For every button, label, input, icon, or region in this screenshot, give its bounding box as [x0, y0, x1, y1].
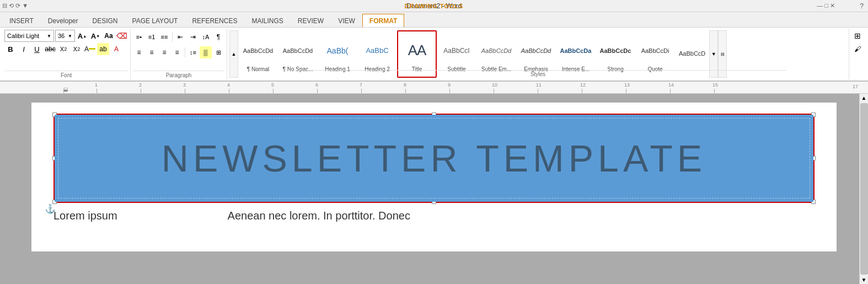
tab-review[interactable]: REVIEW	[291, 14, 331, 27]
font-name-value: Calibri Light	[7, 33, 39, 39]
ruler-ticks: 1 2 3 4 5	[63, 82, 758, 93]
ruler: ⬓ 1 2 3 4	[0, 82, 868, 94]
ruler-tick-4: 4	[229, 82, 273, 93]
font-name-dropdown-icon[interactable]: ▼	[47, 34, 51, 39]
bold-button[interactable]: B	[4, 43, 17, 55]
ruler-tick-12: 12	[582, 82, 626, 93]
footer-left: Lorem ipsum	[53, 210, 117, 222]
ruler-tick-14: 14	[670, 82, 714, 93]
decrease-indent-button[interactable]: ⇤	[174, 31, 186, 43]
style-subtitle-text: AaBbCcI	[443, 47, 469, 55]
separator2	[185, 47, 185, 57]
shading-button[interactable]: ▒	[200, 46, 212, 58]
italic-button[interactable]: I	[18, 43, 30, 55]
align-left-button[interactable]: ≡	[133, 46, 145, 58]
justify-button[interactable]: ≡	[171, 46, 183, 58]
subscript-button[interactable]: X2	[57, 43, 69, 55]
ruler-tick-15: 15	[714, 82, 758, 93]
borders-button[interactable]: ⊞	[212, 46, 224, 58]
bullets-button[interactable]: ≡•	[133, 31, 145, 43]
title-bar: ⊟ ⟲ ⟳ ▼ Document2 - Word DRAWING TOOLS ?…	[0, 0, 868, 12]
style-nospace-preview: AaBbCcDd	[283, 36, 313, 65]
window-controls[interactable]: — □ ✕	[817, 2, 835, 9]
style-more-text: AaBbCcD	[679, 50, 705, 57]
styles-group-label: Styles	[290, 70, 787, 77]
sort-button[interactable]: ↕A	[200, 31, 212, 43]
ruler-tick-8: 8	[405, 82, 449, 93]
change-case-button[interactable]: Aa	[103, 30, 115, 42]
tab-mailings[interactable]: MAILINGS	[244, 14, 290, 27]
font-size-input[interactable]: 36 ▼	[55, 30, 75, 42]
scroll-thumb[interactable]	[860, 103, 868, 275]
font-name-input[interactable]: Calibri Light ▼	[4, 30, 54, 42]
tab-view[interactable]: VIEW	[331, 14, 362, 27]
numbering-button[interactable]: ≡1	[146, 31, 158, 43]
tab-format[interactable]: FORMAT	[362, 14, 404, 27]
para-row1: ≡• ≡1 ≡≡ ⇤ ⇥ ↕A ¶	[133, 30, 224, 44]
tab-insert[interactable]: INSERT	[2, 14, 41, 27]
increase-font-button[interactable]: A▲	[76, 30, 88, 42]
font-row2: B I U abc X2 X2 A ab A	[4, 43, 122, 55]
style-quote-preview: AaBbCcDi	[641, 36, 669, 65]
line-spacing-button[interactable]: ↕≡	[187, 46, 199, 58]
tab-page-layout[interactable]: PAGE LAYOUT	[125, 14, 185, 27]
highlight-color-button[interactable]: ab	[97, 43, 109, 55]
style-subtle-em-preview: AaBbCcDd	[481, 36, 511, 65]
footer-text: Lorem ipsum Aenean nec lorem. In porttit…	[53, 207, 815, 222]
scroll-up-arrow[interactable]: ▲	[860, 94, 868, 102]
separator1	[172, 32, 173, 42]
styles-group-label-container: Styles	[227, 68, 849, 78]
ruler-tick-13: 13	[626, 82, 670, 93]
ruler-tick-area: ⬓ 1 2 3 4	[63, 82, 758, 93]
underline-button[interactable]: U	[31, 43, 43, 55]
style-strong-preview: AaBbCcDc	[600, 36, 631, 65]
footer-right: Aenean nec lorem. In porttitor. Donec	[228, 210, 410, 222]
style-intense-em-preview: AaBbCcDa	[560, 36, 592, 65]
drawing-tools-label: DRAWING TOOLS	[405, 3, 464, 9]
style-normal-preview: AaBbCcDd	[243, 36, 273, 65]
newsletter-box[interactable]: NEWSLETTER TEMPLATE ⚓	[53, 114, 815, 203]
ruler-right-end: 17	[853, 84, 858, 89]
tab-developer[interactable]: Developer	[41, 14, 85, 27]
multilevel-button[interactable]: ≡≡	[158, 31, 170, 43]
doc-area: NEWSLETTER TEMPLATE ⚓ Lorem ipsum Aenean…	[0, 94, 868, 284]
decrease-font-button[interactable]: A▼	[89, 30, 101, 42]
ruler-tick-10: 10	[494, 82, 538, 93]
increase-indent-button[interactable]: ⇥	[187, 31, 199, 43]
font-group: Calibri Light ▼ 36 ▼ A▲ A▼ Aa ⌫ B I U ab…	[2, 29, 131, 79]
ruler-tick-6: 6	[317, 82, 361, 93]
clear-formatting-button[interactable]: ⌫	[116, 30, 128, 42]
ruler-tick-1: 1	[97, 82, 141, 93]
style-title-preview: AA	[408, 36, 426, 65]
ruler-tick-7: 7	[361, 82, 405, 93]
strikethrough-button[interactable]: abc	[44, 43, 56, 55]
style-more-preview: AaBbCcD	[679, 39, 705, 68]
newsletter-title: NEWSLETTER TEMPLATE	[162, 137, 706, 180]
tab-design[interactable]: DESIGN	[85, 14, 125, 27]
tab-references[interactable]: REFERENCES	[185, 14, 244, 27]
style-heading2-preview: AaBbC	[366, 36, 388, 65]
ruler-tick-9: 9	[449, 82, 494, 93]
style-emphasis-preview: AaBbCcDd	[521, 36, 551, 65]
styles-section: ▲ AaBbCcDd ¶ Normal AaBbCcDd ¶ No Spac..…	[227, 29, 849, 79]
style-nospace-text: AaBbCcDd	[283, 47, 313, 54]
newsletter-inner: NEWSLETTER TEMPLATE	[55, 115, 813, 202]
align-right-button[interactable]: ≡	[158, 46, 170, 58]
ruler-canvas: ⬓ 1 2 3 4	[0, 82, 868, 93]
quick-access: ⊟ ⟲ ⟳ ▼	[2, 2, 28, 9]
font-color-button[interactable]: A	[84, 43, 96, 55]
font-row1: Calibri Light ▼ 36 ▼ A▲ A▼ Aa ⌫	[4, 30, 128, 42]
superscript-button[interactable]: X2	[71, 43, 83, 55]
ribbon-tabs: INSERT Developer DESIGN PAGE LAYOUT REFE…	[0, 12, 868, 28]
font-size-dropdown-icon[interactable]: ▼	[68, 34, 72, 39]
text-color-button[interactable]: A	[110, 43, 122, 55]
expand-ribbon-button[interactable]: ⊞	[851, 30, 864, 42]
help-button[interactable]: ?	[860, 2, 864, 10]
format-painter-button[interactable]: 🖌	[851, 43, 864, 55]
scrollbar-vertical[interactable]: ▲ ▼	[859, 94, 868, 284]
scroll-down-arrow[interactable]: ▼	[860, 276, 868, 284]
show-marks-button[interactable]: ¶	[212, 31, 224, 43]
ruler-tick-2: 2	[141, 82, 185, 93]
align-center-button[interactable]: ≡	[146, 46, 158, 58]
ribbon-right: ⊞ 🖌	[849, 29, 866, 79]
